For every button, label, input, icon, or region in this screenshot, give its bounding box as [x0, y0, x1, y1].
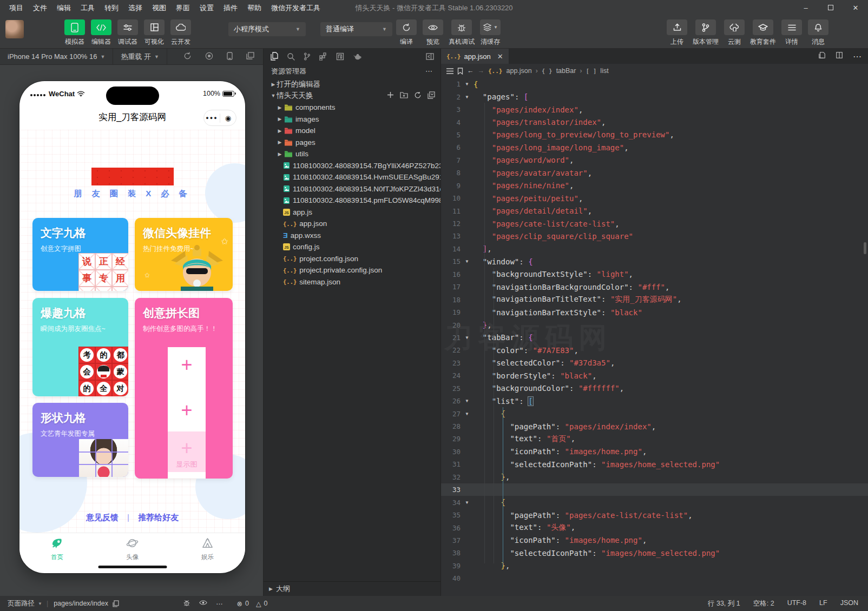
encoding[interactable]: UTF-8: [787, 599, 806, 608]
teapot-icon[interactable]: [353, 53, 362, 60]
toggle-simulator[interactable]: 模拟器: [64, 19, 86, 47]
card-avatar-pendant[interactable]: 微信头像挂件热门挂件免费用~ ✩ ✩: [135, 218, 233, 291]
cursor-position[interactable]: 行 33, 列 1: [708, 599, 740, 608]
eol[interactable]: LF: [819, 599, 827, 608]
action-cloud-test[interactable]: 云测: [724, 19, 745, 47]
phone-tab-头像[interactable]: 头像: [95, 533, 170, 563]
code-line-18[interactable]: 18 "navigationBarTitleText": "实用_刀客源码网",: [441, 293, 868, 306]
menu-工具[interactable]: 工具: [76, 0, 100, 16]
code-line-22[interactable]: 22 "color": "#7A7E83",: [441, 344, 868, 356]
code-line-1[interactable]: 1▼{: [441, 78, 868, 90]
menu-视图[interactable]: 视图: [147, 0, 171, 16]
problems-indicator[interactable]: ⊗0 △0: [236, 600, 267, 608]
tree-file[interactable]: JSconfig.js: [264, 241, 440, 253]
menu-项目[interactable]: 项目: [4, 0, 28, 16]
new-folder-icon[interactable]: [400, 91, 408, 101]
close-minipg-icon[interactable]: ◉: [220, 114, 236, 122]
code-line-29[interactable]: 29 "text": "首页",: [441, 433, 868, 445]
close-icon[interactable]: ✕: [843, 0, 868, 16]
code-line-32[interactable]: 32 },: [441, 471, 868, 483]
more-actions-icon[interactable]: ⋯: [853, 51, 862, 62]
maximize-icon[interactable]: [818, 0, 843, 16]
action-edu[interactable]: 教育套件: [750, 19, 776, 47]
code-line-4[interactable]: 4 "pages/translator/index",: [441, 116, 868, 128]
search-icon[interactable]: [287, 52, 295, 61]
extensions-icon[interactable]: [319, 52, 327, 61]
new-file-icon[interactable]: [387, 91, 394, 101]
card-fun-nine-grid[interactable]: 爆趣九格瞬间成为朋友圈焦点~ 考的都会蒙的全对: [32, 298, 128, 396]
code-line-23[interactable]: 23 "selectedColor": "#37d3a5",: [441, 357, 868, 369]
files-icon[interactable]: [270, 52, 278, 61]
card-word-nine-grid[interactable]: 文字九格创意文字拼图 说正经事专用: [32, 218, 128, 291]
minimize-icon[interactable]: –: [793, 0, 818, 16]
toggle-inspector[interactable]: 调试器: [117, 19, 139, 47]
phone-tab-首页[interactable]: 首页: [19, 533, 95, 563]
hot-reload-toggle[interactable]: 热重载 开▼: [113, 49, 167, 65]
compile-select[interactable]: 普通编译▼: [320, 22, 392, 36]
code-line-9[interactable]: 9 "pages/nine/nine",: [441, 180, 868, 192]
tree-folder-utils[interactable]: ▶utils: [264, 148, 440, 160]
tree-file[interactable]: {..}project.config.json: [264, 253, 440, 265]
section-project[interactable]: ▼情头天天换: [264, 90, 440, 102]
tree-folder-pages[interactable]: ▶pages: [264, 137, 440, 149]
device-frame-icon[interactable]: [227, 52, 233, 62]
recommend-link[interactable]: 推荐给好友: [138, 513, 179, 522]
menu-转到[interactable]: 转到: [100, 0, 123, 16]
record-icon[interactable]: [205, 52, 213, 62]
toggle-cloud-dev[interactable]: 云开发: [170, 19, 192, 47]
action-preview[interactable]: 预览: [422, 19, 444, 47]
tree-folder-images[interactable]: ▶images: [264, 114, 440, 125]
action-clear-cache[interactable]: ▼清缓存: [479, 19, 501, 47]
code-line-31[interactable]: 31 "selectedIconPath": "images/home_sele…: [441, 458, 868, 470]
code-line-37[interactable]: 37 "iconPath": "images/home.png",: [441, 534, 868, 547]
tree-file[interactable]: {..}app.json: [264, 218, 440, 230]
tree-file[interactable]: {..}project.private.config.json: [264, 264, 440, 276]
feedback-link[interactable]: 意见反馈: [86, 513, 119, 522]
tree-file[interactable]: 1108100302.480839154.N0fTJfoKPZZl43d31c4…: [264, 183, 440, 195]
source-control-icon[interactable]: [304, 52, 311, 61]
code-line-40[interactable]: 40: [441, 572, 868, 585]
menu-插件[interactable]: 插件: [219, 0, 242, 16]
tree-file[interactable]: 1108100302.480839154.7BgYlliX46PZ527b236…: [264, 160, 440, 172]
crumb-file[interactable]: app.json: [507, 67, 532, 75]
copy-path-icon[interactable]: [113, 600, 119, 607]
menu-帮助[interactable]: 帮助: [242, 0, 266, 16]
split-editor-icon[interactable]: [836, 51, 843, 61]
mode-select[interactable]: 小程序模式▼: [228, 22, 306, 36]
collapse-folders-icon[interactable]: [428, 91, 435, 101]
close-tab-icon[interactable]: ✕: [497, 52, 503, 61]
tree-folder-model[interactable]: ▶model: [264, 125, 440, 137]
crumb-list[interactable]: list: [600, 67, 608, 75]
tree-file[interactable]: JSapp.js: [264, 207, 440, 218]
card-long-image[interactable]: 创意拼长图制作创意多图的高手！！ + + + 显示图: [135, 298, 233, 479]
open-preview-icon[interactable]: [818, 51, 826, 61]
action-upload[interactable]: 上传: [666, 19, 688, 47]
menu-微信开发者工具[interactable]: 微信开发者工具: [266, 0, 325, 16]
code-line-38[interactable]: 38 "selectedIconPath": "images/home_sele…: [441, 547, 868, 559]
code-line-14[interactable]: 14 ],: [441, 243, 868, 255]
page-path-label[interactable]: 页面路径: [8, 599, 35, 608]
code-line-12[interactable]: 12 "pages/cate-list/cate-list",: [441, 217, 868, 230]
code-line-5[interactable]: 5 "pages/long_to_preview/long_to_preview…: [441, 129, 868, 141]
menu-选择[interactable]: 选择: [123, 0, 147, 16]
code-line-19[interactable]: 19 "navigationBarTextStyle": "black": [441, 306, 868, 318]
code-line-6[interactable]: 6 "pages/long_image/long_image",: [441, 141, 868, 154]
tree-file[interactable]: 1108100302.480839154.pmFLO5W84cqM998f...: [264, 195, 440, 207]
collapse-panel-icon[interactable]: [426, 53, 434, 60]
action-device-debug[interactable]: 真机调试: [449, 19, 475, 47]
code-line-25[interactable]: 25 "backgroundColor": "#ffffff",: [441, 382, 868, 395]
device-select[interactable]: iPhone 14 Pro Max 100% 16▼: [0, 49, 113, 65]
action-compile[interactable]: 编译: [396, 19, 417, 47]
code-line-39[interactable]: 39 },: [441, 560, 868, 572]
code-line-2[interactable]: 2▼ "pages": [: [441, 90, 868, 103]
crumb-tabbar[interactable]: tabBar: [556, 67, 576, 75]
tab-app-json[interactable]: {..} app.json ✕: [441, 49, 509, 64]
indent-setting[interactable]: 空格: 2: [753, 599, 774, 608]
toggle-visual[interactable]: 可视化: [143, 19, 165, 47]
phone-tab-娱乐[interactable]: 娱乐: [170, 533, 245, 563]
code-line-21[interactable]: 21▼ "tabBar": {: [441, 331, 868, 344]
code-line-28[interactable]: 28 "pagePath": "pages/index/index",: [441, 420, 868, 433]
debug-icon[interactable]: [183, 599, 190, 608]
code-editor[interactable]: 1▼{2▼ "pages": [3 "pages/index/index",4 …: [441, 78, 868, 596]
code-line-33[interactable]: 33: [441, 483, 868, 496]
